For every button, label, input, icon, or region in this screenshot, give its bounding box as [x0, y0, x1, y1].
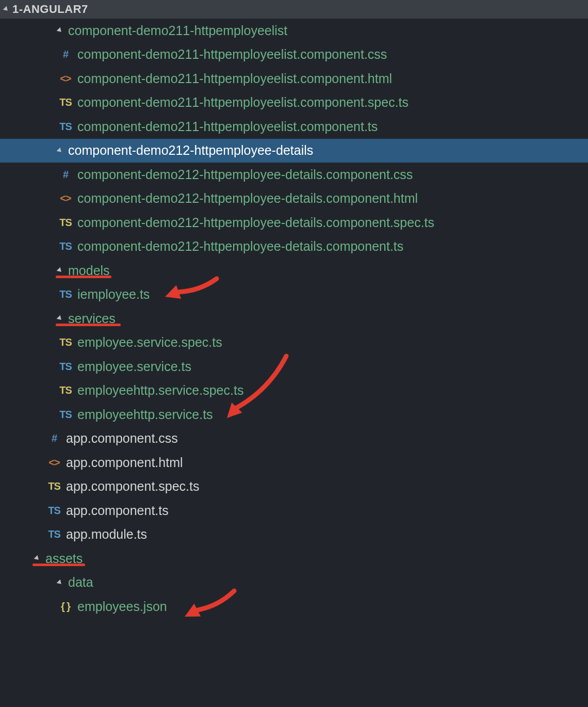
tree-item-label: data [68, 575, 93, 590]
tree-folder[interactable]: component-demo212-httpemployee-details [0, 139, 588, 163]
tree-item-label: component-demo211-httpemployeelist.compo… [77, 95, 409, 110]
css-icon: # [58, 169, 73, 181]
tree-folder[interactable]: data [0, 571, 588, 595]
tree-item-label: models [68, 263, 110, 278]
tree-item-label: component-demo211-httpemployeelist [68, 23, 287, 38]
tree-file[interactable]: TSemployee.service.spec.ts [0, 331, 588, 355]
tree-item-label: services [68, 311, 116, 326]
chevron-down-icon [55, 316, 65, 321]
tsy-icon: TS [58, 97, 73, 108]
tsy-icon: TS [58, 217, 73, 229]
css-icon: # [46, 432, 62, 444]
tsb-icon: TS [46, 505, 62, 517]
tree-file[interactable]: { }employees.json [0, 594, 588, 619]
project-root-name: 1-ANGULAR7 [12, 3, 88, 16]
tree-item-label: app.component.spec.ts [66, 479, 200, 494]
tree-item-label: app.component.ts [66, 503, 169, 518]
tree-item-label: component-demo212-httpemployee-details.c… [77, 215, 434, 230]
tsb-icon: TS [58, 121, 73, 133]
html-icon: <> [58, 192, 73, 204]
tree-item-label: app.component.html [66, 455, 183, 470]
html-icon: <> [46, 457, 62, 469]
tree-item-label: employeehttp.service.ts [77, 407, 213, 422]
tsb-icon: TS [58, 240, 73, 252]
tree-file[interactable]: TScomponent-demo211-httpemployeelist.com… [0, 115, 588, 139]
tree-file[interactable]: <>component-demo212-httpemployee-details… [0, 187, 588, 211]
tree-item-label: component-demo211-httpemployeelist.compo… [77, 119, 378, 134]
tree-item-label: component-demo211-httpemployeelist.compo… [77, 71, 392, 86]
chevron-down-icon [3, 6, 10, 13]
file-tree: component-demo211-httpemployeelist#compo… [0, 19, 588, 619]
tsy-icon: TS [46, 480, 62, 492]
tree-item-label: component-demo212-httpemployee-details.c… [77, 239, 403, 254]
tree-item-label: employee.service.ts [77, 359, 191, 374]
tree-file[interactable]: TSemployeehttp.service.ts [0, 403, 588, 427]
chevron-down-icon [55, 28, 65, 33]
tree-file[interactable]: TScomponent-demo211-httpemployeelist.com… [0, 91, 588, 115]
tsb-icon: TS [58, 409, 73, 421]
tree-item-label: employee.service.spec.ts [77, 335, 222, 350]
tree-file[interactable]: TScomponent-demo212-httpemployee-details… [0, 235, 588, 259]
tree-file[interactable]: #app.component.css [0, 427, 588, 451]
project-root-header[interactable]: 1-ANGULAR7 [0, 0, 588, 19]
tree-item-label: component-demo211-httpemployeelist.compo… [77, 47, 387, 62]
tree-item-label: assets [45, 551, 83, 566]
tree-item-label: component-demo212-httpemployee-details.c… [77, 191, 418, 206]
tree-folder[interactable]: component-demo211-httpemployeelist [0, 19, 588, 43]
tsb-icon: TS [46, 528, 62, 540]
tree-item-label: app.module.ts [66, 527, 147, 542]
chevron-down-icon [32, 556, 42, 561]
tree-item-label: employeehttp.service.spec.ts [77, 383, 243, 398]
css-icon: # [58, 49, 73, 60]
tree-item-label: component-demo212-httpemployee-details.c… [77, 167, 413, 182]
tree-item-label: employees.json [77, 599, 167, 614]
tree-item-label: iemployee.ts [77, 287, 150, 302]
tree-file[interactable]: TSapp.component.spec.ts [0, 475, 588, 499]
tsb-icon: TS [58, 288, 73, 300]
chevron-down-icon [55, 580, 65, 585]
tsb-icon: TS [58, 361, 73, 373]
tree-file[interactable]: TScomponent-demo212-httpemployee-details… [0, 211, 588, 235]
tree-file[interactable]: TSapp.module.ts [0, 523, 588, 547]
tree-file[interactable]: #component-demo211-httpemployeelist.comp… [0, 43, 588, 67]
chevron-down-icon [55, 268, 65, 273]
tree-item-label: component-demo212-httpemployee-details [68, 143, 313, 158]
tree-folder[interactable]: services [0, 307, 588, 331]
tsy-icon: TS [58, 336, 73, 348]
tree-file[interactable]: TSapp.component.ts [0, 499, 588, 523]
tree-file[interactable]: #component-demo212-httpemployee-details.… [0, 163, 588, 187]
tree-file[interactable]: TSiemployee.ts [0, 283, 588, 307]
tree-item-label: app.component.css [66, 431, 178, 446]
html-icon: <> [58, 73, 73, 85]
tree-folder[interactable]: assets [0, 547, 588, 571]
tree-file[interactable]: <>component-demo211-httpemployeelist.com… [0, 67, 588, 91]
json-icon: { } [58, 601, 73, 613]
tsy-icon: TS [58, 384, 73, 396]
tree-file[interactable]: <>app.component.html [0, 451, 588, 475]
tree-file[interactable]: TSemployee.service.ts [0, 355, 588, 379]
chevron-down-icon [55, 148, 65, 153]
tree-folder[interactable]: models [0, 259, 588, 283]
tree-file[interactable]: TSemployeehttp.service.spec.ts [0, 379, 588, 403]
